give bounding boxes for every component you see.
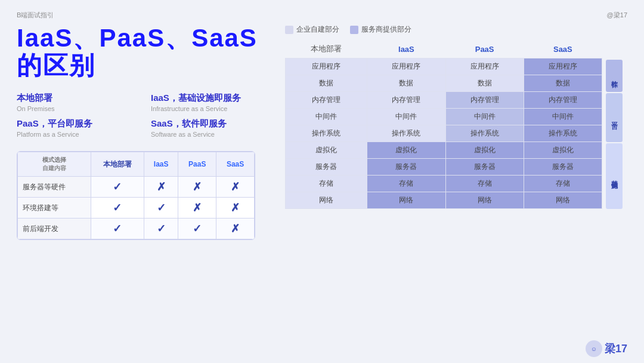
grid-row: 存储存储存储存储 (286, 176, 602, 192)
grid-cell: 应用程序 (286, 59, 367, 75)
comparison-table-wrap: 模式选择 自建内容 本地部署 IaaS PaaS SaaS 服务器等硬件✓✗✗✗… (17, 151, 255, 240)
legend-self-box (285, 26, 293, 34)
cmp-row-cell: ✓ (178, 219, 216, 239)
cmp-row-label: 前后端开发 (18, 219, 91, 239)
grid-cell: 数据 (445, 75, 524, 92)
grid-cell: 服务器 (286, 159, 367, 176)
grid-cell: 应用程序 (367, 59, 445, 75)
logo-icon-text: ☺ (591, 346, 597, 352)
left-panel: IaaS、PaaS、SaaS的区别 本地部署 On Premises IaaS，… (17, 24, 273, 240)
grid-cell: 内存管理 (286, 92, 367, 109)
def-saas: SaaS，软件即服务 Software as a Service (151, 118, 273, 138)
grid-cell: 应用程序 (524, 59, 602, 75)
cmp-header-iaas: IaaS (144, 152, 178, 177)
side-bars: 软件平台基础设施 (606, 41, 627, 210)
def-paas-sub: Platform as a Service (17, 131, 139, 138)
grid-cell: 服务器 (524, 159, 602, 176)
logo-icon: ☺ (586, 340, 602, 357)
grid-header-paas: PaaS (445, 41, 524, 59)
grid-cell: 中间件 (286, 109, 367, 125)
def-paas: PaaS，平台即服务 Platform as a Service (17, 118, 139, 138)
def-saas-title: SaaS，软件即服务 (151, 118, 273, 130)
grid-cell: 操作系统 (524, 125, 602, 142)
grid-cell: 数据 (367, 75, 445, 92)
grid-cell: 网络 (445, 192, 524, 209)
cross-mark: ✗ (231, 181, 240, 193)
cmp-header-saas: SaaS (216, 152, 255, 177)
def-local-sub: On Premises (17, 105, 139, 112)
cmp-header-local: 本地部署 (91, 152, 144, 177)
grid-cell: 中间件 (524, 109, 602, 125)
grid-cell: 内存管理 (367, 92, 445, 109)
check-mark: ✓ (157, 223, 166, 235)
cmp-row-label: 服务器等硬件 (18, 177, 91, 198)
grid-cell: 服务器 (367, 159, 445, 176)
side-bar-label: 软件 (606, 60, 623, 92)
cross-mark: ✗ (231, 202, 240, 214)
grid-cell: 存储 (524, 176, 602, 192)
grid-header-local: 本地部署 (286, 41, 367, 59)
legend: 企业自建部分 服务商提供部分 (285, 24, 627, 35)
grid-row: 应用程序应用程序应用程序应用程序 (286, 59, 602, 75)
cmp-row-cell: ✓ (91, 219, 144, 239)
def-local: 本地部署 On Premises (17, 93, 139, 112)
logo-text: 梁17 (605, 342, 627, 356)
grid-cell: 中间件 (445, 109, 524, 125)
side-bar-label: 平台 (606, 93, 623, 142)
legend-vendor-box (350, 26, 358, 34)
def-local-title: 本地部署 (17, 93, 139, 104)
grid-outer: 本地部署 IaaS PaaS SaaS 应用程序应用程序应用程序应用程序数据数据… (285, 41, 627, 210)
cmp-row-cell: ✗ (216, 219, 255, 239)
cmp-row-cell: ✗ (178, 177, 216, 198)
def-saas-sub: Software as a Service (151, 131, 273, 138)
grid-cell: 应用程序 (445, 59, 524, 75)
grid-row: 数据数据数据数据 (286, 75, 602, 92)
legend-vendor-label: 服务商提供部分 (361, 24, 411, 35)
grid-cell: 操作系统 (286, 125, 367, 142)
grid-cell: 操作系统 (367, 125, 445, 142)
grid-cell: 存储 (445, 176, 524, 192)
grid-cell: 内存管理 (445, 92, 524, 109)
grid-table-container: 本地部署 IaaS PaaS SaaS 应用程序应用程序应用程序应用程序数据数据… (285, 41, 602, 210)
grid-cell: 数据 (286, 75, 367, 92)
legend-self-label: 企业自建部分 (296, 24, 339, 35)
comparison-table: 模式选择 自建内容 本地部署 IaaS PaaS SaaS 服务器等硬件✓✗✗✗… (17, 152, 255, 239)
grid-cell: 虚拟化 (445, 142, 524, 159)
cmp-row-cell: ✗ (144, 177, 178, 198)
grid-header-saas: SaaS (524, 41, 602, 59)
def-iaas-title: IaaS，基础设施即服务 (151, 93, 273, 104)
grid-cell: 服务器 (445, 159, 524, 176)
cross-mark: ✗ (193, 181, 202, 193)
cmp-row-label: 环境搭建等 (18, 198, 91, 219)
check-mark: ✓ (157, 202, 166, 214)
grid-cell: 虚拟化 (286, 142, 367, 159)
cmp-header-mode: 模式选择 自建内容 (18, 152, 91, 177)
cross-mark: ✗ (193, 202, 202, 214)
grid-row: 虚拟化虚拟化虚拟化虚拟化 (286, 142, 602, 159)
grid-cell: 网络 (367, 192, 445, 209)
check-mark: ✓ (113, 223, 122, 235)
grid-header-iaas: IaaS (367, 41, 445, 59)
mode-label: 模式选择 (23, 156, 86, 164)
main-content: IaaS、PaaS、SaaS的区别 本地部署 On Premises IaaS，… (17, 24, 627, 240)
definitions: 本地部署 On Premises IaaS，基础设施即服务 Infrastruc… (17, 93, 273, 138)
grid-cell: 存储 (286, 176, 367, 192)
grid-cell: 操作系统 (445, 125, 524, 142)
grid-row: 中间件中间件中间件中间件 (286, 109, 602, 125)
cmp-header-paas: PaaS (178, 152, 216, 177)
top-bar-left: B端面试指引 (17, 11, 54, 20)
page: B端面试指引 @梁17 IaaS、PaaS、SaaS的区别 本地部署 On Pr… (0, 0, 644, 363)
grid-cell: 网络 (286, 192, 367, 209)
cmp-row-cell: ✓ (144, 198, 178, 219)
def-iaas-sub: Infrastructure as a Service (151, 105, 273, 112)
grid-cell: 网络 (524, 192, 602, 209)
cross-mark: ✗ (157, 181, 166, 193)
grid-cell: 虚拟化 (367, 142, 445, 159)
right-panel: 企业自建部分 服务商提供部分 本地部署 IaaS PaaS (285, 24, 627, 240)
cmp-row-cell: ✗ (178, 198, 216, 219)
top-bar: B端面试指引 @梁17 (17, 11, 627, 20)
cmp-row-cell: ✓ (91, 198, 144, 219)
grid-cell: 内存管理 (524, 92, 602, 109)
grid-cell: 存储 (367, 176, 445, 192)
bottom-logo: ☺ 梁17 (586, 340, 627, 357)
